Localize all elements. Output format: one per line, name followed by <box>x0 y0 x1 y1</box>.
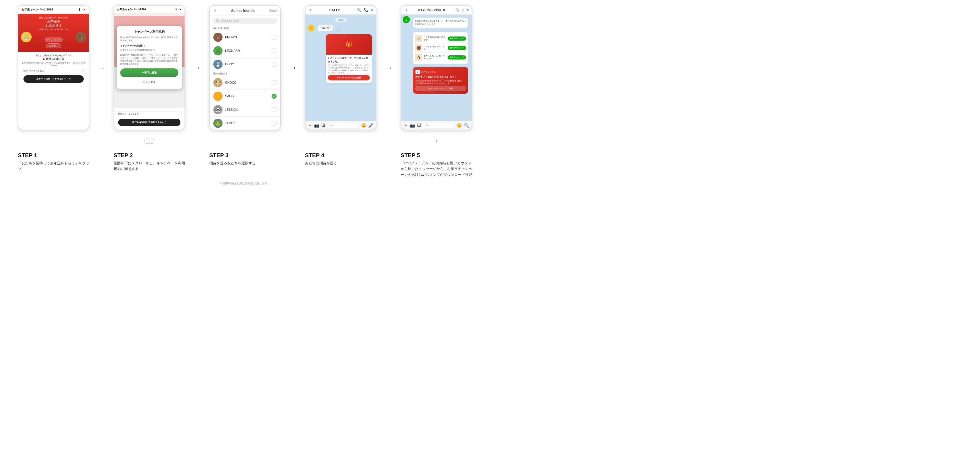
stamp-name-3: コウペンちゃん あけおめコラボ <box>424 55 446 60</box>
screen3-contact-cony[interactable]: 🐰 CONY <box>210 58 280 71</box>
check-brown[interactable] <box>272 35 277 40</box>
up-arrow-s5: ↑ <box>435 138 438 144</box>
check-cony[interactable] <box>272 62 277 67</box>
share-icon-s2[interactable]: ⬆ <box>175 8 177 11</box>
search-icon-s5b[interactable]: 🔍 <box>464 123 469 128</box>
mic-icon-s4[interactable]: 🎤 <box>368 123 373 128</box>
step2: STEP 2 画面を下にスクロールし、キャンペーン利用規約に同意する <box>114 152 185 172</box>
search-icon-s5[interactable]: 🔍 <box>455 8 460 12</box>
screen1-invite-btn[interactable]: 友だちを招待してお年玉をもらう <box>24 75 84 83</box>
stamp-dl-btn-2[interactable]: 無料ダウンロード <box>448 46 466 50</box>
screen1-characters: 🐰 LYP プレミアム 🐻 <box>21 32 86 42</box>
screen3-close-icon[interactable]: ✕ <box>213 8 217 13</box>
image-icon-s4[interactable]: 🖼 <box>321 123 325 128</box>
screen5-msg-row: L あけおめスタンプが届きました。友だちを招待してもっとお年玉をもらおう！ <box>403 16 470 29</box>
screen2-agree-btn[interactable]: 一番下に移動 <box>120 68 178 77</box>
steps-row: STEP 1 「友だちを招待してお年玉をもらう」をタップ STEP 2 画面を下… <box>15 147 475 177</box>
stamp-row-1: 🐰 うさぎ100% あけおめコラボ 無料ダウンロード <box>415 34 466 43</box>
screen2-modal: キャンペーン利用規約 残りの招待可能件数のお知らせなどのため、以下に同意する必要… <box>117 26 182 89</box>
step2-desc: 画面を下にスクロールし、キャンペーン利用規約に同意する <box>114 160 185 172</box>
screen2-header: お年玉キャンペーン2024 ⬆ ✕ <box>114 6 185 14</box>
screen1-points-amount: 最大5,000円分 <box>46 57 64 61</box>
screen3-send-btn[interactable]: Send <box>269 9 277 13</box>
screen2-bottom: 招待ステータスを見る › 友だちを招待してお年玉をもらう <box>114 108 185 130</box>
screen3-contact-james[interactable]: 🐸 JAMES <box>210 117 280 130</box>
banner-lyp-label: LYP プレミアム <box>421 71 436 73</box>
share-icon[interactable]: ⬆ <box>78 8 81 11</box>
screen1-title: お年玉キャンペーン2024 <box>21 8 53 11</box>
check-leonard[interactable] <box>272 48 277 53</box>
screen4-input-field[interactable]: Aa <box>328 123 359 128</box>
grid-icon-s5[interactable]: ⊞ <box>462 8 465 12</box>
menu-icon-s5[interactable]: ≡ <box>466 8 469 12</box>
arrow-2-3: → <box>193 63 201 73</box>
plus-icon-s5[interactable]: ＋ <box>404 123 408 128</box>
screen4-really-bubble: Really?? <box>318 25 333 31</box>
stamp-img-2: 🐻 <box>415 45 422 52</box>
check-sally[interactable]: ✓ <box>272 94 277 99</box>
check-choco[interactable] <box>272 80 277 85</box>
contact-james-name: JAMES <box>225 121 272 125</box>
screen3-title: Select friends <box>231 9 255 13</box>
search-icon-s4[interactable]: 🔍 <box>357 8 361 12</box>
step1-number: STEP 1 <box>18 152 89 159</box>
screen1-date: 2023/12/21 11:00〜2024/1/17 23:59 <box>21 28 86 31</box>
screen5-stamp-section: 🐰 うさぎ100% あけおめコラボ 無料ダウンロード 🐻 けたくま あけおめコラ… <box>413 32 468 64</box>
step3-desc: 招待を送る友だちを選択する <box>209 160 281 166</box>
arrow-3-4: → <box>289 63 297 73</box>
screen5-input-field[interactable]: Aa <box>423 123 455 128</box>
screen4-back-icon[interactable]: ＜ <box>309 8 312 12</box>
smile-icon-s5[interactable]: 😊 <box>457 123 462 128</box>
screen5-banner-btn[interactable]: キャンペーンページに移動 <box>415 86 466 91</box>
close-icon[interactable]: ✕ <box>83 8 86 11</box>
screen1: お年玉キャンペーン2024 ⬆ ✕ 友だちと一緒にLINEとヤフーの お年玉をも… <box>18 5 89 130</box>
disclaimer: ※実際の画面と異なる場合があります。 <box>15 181 475 185</box>
connector-row: - - - ↑ <box>15 135 475 147</box>
check-jessica[interactable] <box>272 107 277 112</box>
screen4-card-btn[interactable]: キャンペーンページに移動 <box>328 75 370 80</box>
plus-icon-s4[interactable]: ＋ <box>308 123 312 128</box>
contact-jessica-name: JESSICA <box>225 108 272 111</box>
step5: STEP 5 「LYPプレミアム」のお知らせ用アカウントから届いたメッセージから… <box>401 152 472 177</box>
image-icon-s5[interactable]: 🖼 <box>417 123 421 128</box>
screen4-today-label: Today <box>335 18 346 22</box>
stamp-name-2: けたくま あけおめコラボ <box>424 45 446 51</box>
screen3-contact-choco[interactable]: 🐶 CHOCO <box>210 76 280 89</box>
avatar-leonard: 🐊 <box>213 46 223 56</box>
avatar-james: 🐸 <box>213 119 223 128</box>
main-container: お年玉キャンペーン2024 ⬆ ✕ 友だちと一緒にLINEとヤフーの お年玉をも… <box>15 5 475 185</box>
screen1-invite-text: あなたの招待で友だちが LYPプレミアムに登録すると、 1人あたり500円分の <box>21 62 86 67</box>
screen5-green-dot <box>418 9 420 11</box>
screen3-contact-sally[interactable]: 🐥 SALLY ✓ <box>210 89 280 103</box>
smile-icon-s4[interactable]: 😊 <box>361 123 366 128</box>
screen2-status-link[interactable]: 招待ステータスを見る › <box>116 111 183 117</box>
screen4-name: SALLY <box>329 8 340 12</box>
close-icon-s2[interactable]: ✕ <box>179 8 181 11</box>
paypay-icon: ▶ <box>43 57 45 61</box>
step5-desc: 「LYPプレミアム」のお知らせ用アカウントから届いたメッセージから、お年玉キャン… <box>401 160 472 177</box>
check-james[interactable] <box>272 121 277 126</box>
screen3-contact-brown[interactable]: 🐻 BROWN <box>210 31 280 44</box>
screen3-contact-leonard[interactable]: 🐊 LEONARD <box>210 44 280 58</box>
screen4-card: 🎁 たろうからLINEとヤフーのお年玉が届きました。 友だちの招待でLYPプレミ… <box>326 34 372 83</box>
screen3-wrapper: ✕ Select friends Send 🔍 Search by name R… <box>209 5 281 130</box>
stamp-img-1: 🐰 <box>415 35 422 42</box>
screen2-bg: お年玉キャンペーン2024 ⬆ ✕ キャンペーン利用規約 残りの招待可能件数のお… <box>114 6 185 130</box>
screen2-cancel-btn[interactable]: キャンセル <box>120 79 178 85</box>
screen4-input-bar: ＋ 📷 🖼 Aa 😊 🎤 <box>305 121 376 130</box>
stamp-dl-btn-1[interactable]: 無料ダウンロード <box>448 37 466 41</box>
screen2-wrapper: お年玉キャンペーン2024 ⬆ ✕ キャンペーン利用規約 残りの招待可能件数のお… <box>114 5 185 130</box>
avatar-jessica: 🐼 <box>213 105 223 115</box>
screen3-search[interactable]: 🔍 Search by name <box>213 18 277 24</box>
screen2-invite-btn[interactable]: 友だちを招待してお年玉をもらう <box>118 119 180 126</box>
phone-icon-s4[interactable]: 📞 <box>364 8 368 12</box>
screen1-status-link[interactable]: 招待ステータスを見る › <box>21 68 86 74</box>
stamp-dl-btn-3[interactable]: 無料ダウンロード <box>448 56 466 59</box>
camera-icon-s4[interactable]: 📷 <box>314 123 319 128</box>
screen5-back-icon[interactable]: ＜ <box>404 8 408 12</box>
screen3-contact-jessica[interactable]: 🐼 JESSICA <box>210 103 280 117</box>
screens-row: お年玉キャンペーン2024 ⬆ ✕ 友だちと一緒にLINEとヤフーの お年玉をも… <box>15 5 475 130</box>
camera-icon-s5[interactable]: 📷 <box>410 123 415 128</box>
screen4-card-container: 🎁 たろうからLINEとヤフーのお年玉が届きました。 友だちの招待でLYPプレミ… <box>307 33 374 84</box>
menu-icon-s4[interactable]: ≡ <box>371 8 373 12</box>
